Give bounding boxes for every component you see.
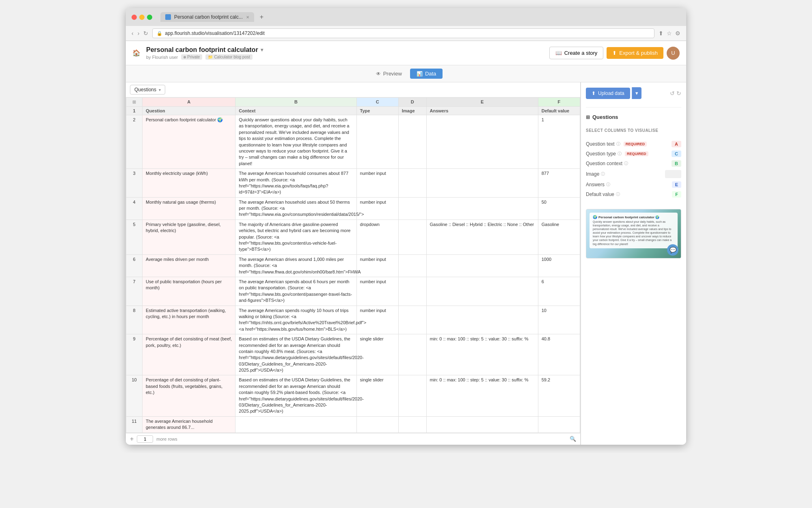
cell-col-F[interactable]: 1000 <box>538 254 580 277</box>
cell-col-F[interactable]: 50 <box>538 197 580 220</box>
cell-col-C[interactable] <box>356 115 398 169</box>
info-icon[interactable]: ⓘ <box>618 151 622 157</box>
add-row-button[interactable]: + <box>130 435 134 443</box>
chat-bubble-icon[interactable]: 💬 <box>667 244 678 256</box>
cell-col-E[interactable] <box>426 115 538 169</box>
col-header-c[interactable]: C <box>356 98 398 107</box>
cell-col-D[interactable] <box>398 220 426 254</box>
cell-col-D[interactable] <box>398 306 426 334</box>
cell-col-F[interactable]: 877 <box>538 169 580 198</box>
minimize-button[interactable] <box>139 15 145 20</box>
info-icon[interactable]: ⓘ <box>624 161 628 166</box>
table-row[interactable]: 9Percentage of diet consisting of meat (… <box>126 334 580 375</box>
cell-col-C[interactable]: number input <box>356 169 398 198</box>
col-header-d[interactable]: D <box>398 98 426 107</box>
bookmark-icon[interactable]: ☆ <box>667 30 672 37</box>
cell-col-F[interactable]: 40.8 <box>538 334 580 375</box>
column-badge[interactable]: E <box>672 181 681 188</box>
cell-col-B[interactable]: The average American spends about 6 hour… <box>235 277 356 306</box>
cell-col-B[interactable]: The average American drives around 1,000… <box>235 254 356 277</box>
tab-preview[interactable]: 👁 Preview <box>369 69 408 79</box>
column-badge[interactable]: F <box>672 191 681 198</box>
col-header-b[interactable]: B <box>235 98 356 107</box>
cell-col-A[interactable]: Average miles driven per month <box>143 254 235 277</box>
forward-button[interactable]: › <box>138 30 140 37</box>
cell-col-B[interactable] <box>235 416 356 433</box>
cell-col-B[interactable]: The average American spends roughly 10 h… <box>235 306 356 334</box>
redo-button[interactable]: ↻ <box>676 90 681 97</box>
table-row[interactable]: 11The average American household generat… <box>126 416 580 433</box>
cell-col-A[interactable]: Percentage of diet consisting of plant-b… <box>143 375 235 416</box>
close-button[interactable] <box>132 15 137 20</box>
col-header-f[interactable]: F <box>538 98 580 107</box>
cell-col-B[interactable]: Based on estimates of the USDA Dietary G… <box>235 334 356 375</box>
cell-col-A[interactable]: Primary vehicle type (gasoline, diesel, … <box>143 220 235 254</box>
cell-col-F[interactable]: 6 <box>538 277 580 306</box>
row-count-input[interactable] <box>137 435 153 443</box>
share-icon[interactable]: ⬆ <box>659 30 663 37</box>
upload-data-button[interactable]: ⬆ Upload data <box>586 88 630 99</box>
maximize-button[interactable] <box>147 15 152 20</box>
spreadsheet[interactable]: ⊞ A B C D E F 1 Question Context <box>126 97 580 433</box>
col-header-a[interactable]: A <box>143 98 235 107</box>
undo-button[interactable]: ↺ <box>670 90 675 97</box>
table-row[interactable]: 5Primary vehicle type (gasoline, diesel,… <box>126 220 580 254</box>
cell-col-A[interactable]: The average American household generates… <box>143 416 235 433</box>
cell-col-B[interactable]: The majority of Americans drive gasoline… <box>235 220 356 254</box>
cell-col-C[interactable]: number input <box>356 277 398 306</box>
cell-col-E[interactable] <box>426 416 538 433</box>
user-avatar[interactable]: U <box>667 47 680 60</box>
reload-button[interactable]: ↻ <box>143 30 148 37</box>
cell-col-E[interactable]: min: 0 :: max: 100 :: step: 5 :: value: … <box>426 334 538 375</box>
info-icon[interactable]: ⓘ <box>606 182 610 187</box>
column-badge[interactable]: A <box>672 141 681 147</box>
cell-col-D[interactable] <box>398 115 426 169</box>
cell-col-E[interactable] <box>426 277 538 306</box>
home-button[interactable]: 🏠 <box>132 49 140 57</box>
extension-icon[interactable]: ⚙ <box>675 30 680 37</box>
column-badge[interactable]: C <box>672 151 681 157</box>
cell-col-B[interactable]: Based on estimates of the USDA Dietary G… <box>235 375 356 416</box>
table-row[interactable]: 6Average miles driven per monthThe avera… <box>126 254 580 277</box>
table-row[interactable]: 10Percentage of diet consisting of plant… <box>126 375 580 416</box>
cell-col-D[interactable] <box>398 277 426 306</box>
table-row[interactable]: 7Use of public transportation (hours per… <box>126 277 580 306</box>
cell-col-B[interactable]: The average American household uses abou… <box>235 197 356 220</box>
info-icon[interactable]: ⓘ <box>616 141 620 147</box>
cell-col-E[interactable]: Gasoline :: Diesel :: Hybrid :: Electric… <box>426 220 538 254</box>
tab-data[interactable]: 📊 Data <box>410 69 443 79</box>
table-row[interactable]: 2Personal carbon footprint calculator 🌍Q… <box>126 115 580 169</box>
project-dropdown-arrow[interactable]: ▾ <box>261 47 263 53</box>
cell-col-C[interactable] <box>356 416 398 433</box>
cell-col-D[interactable] <box>398 197 426 220</box>
search-icon[interactable]: 🔍 <box>570 436 576 442</box>
cell-col-E[interactable]: min: 0 :: max: 100 :: step: 5 :: value: … <box>426 375 538 416</box>
cell-col-E[interactable] <box>426 169 538 198</box>
cell-col-A[interactable]: Personal carbon footprint calculator 🌍 <box>143 115 235 169</box>
url-box[interactable]: 🔒 app.flourish.studio/visualisation/1314… <box>152 28 654 38</box>
cell-col-B[interactable]: The average American household consumes … <box>235 169 356 198</box>
col-header-e[interactable]: E <box>426 98 538 107</box>
table-row[interactable]: 4Monthly natural gas usage (therms)The a… <box>126 197 580 220</box>
cell-col-F[interactable] <box>538 416 580 433</box>
cell-col-A[interactable]: Use of public transportation (hours per … <box>143 277 235 306</box>
cell-col-A[interactable]: Monthly natural gas usage (therms) <box>143 197 235 220</box>
cell-col-F[interactable]: 10 <box>538 306 580 334</box>
cell-col-E[interactable] <box>426 306 538 334</box>
info-icon[interactable]: ⓘ <box>601 171 605 177</box>
cell-col-D[interactable] <box>398 334 426 375</box>
back-button[interactable]: ‹ <box>132 30 134 37</box>
cell-col-C[interactable]: dropdown <box>356 220 398 254</box>
cell-col-F[interactable]: Gasoline <box>538 220 580 254</box>
cell-col-D[interactable] <box>398 254 426 277</box>
cell-col-A[interactable]: Estimated active transportation (walking… <box>143 306 235 334</box>
new-tab-button[interactable]: + <box>260 13 263 21</box>
cell-col-D[interactable] <box>398 416 426 433</box>
cell-col-A[interactable]: Monthly electricity usage (kWh) <box>143 169 235 198</box>
sheet-selector[interactable]: Questions ▾ <box>130 85 165 95</box>
cell-col-C[interactable]: single slider <box>356 375 398 416</box>
cell-col-F[interactable]: 59.2 <box>538 375 580 416</box>
table-row[interactable]: 3Monthly electricity usage (kWh)The aver… <box>126 169 580 198</box>
cell-col-A[interactable]: Percentage of diet consisting of meat (b… <box>143 334 235 375</box>
info-icon[interactable]: ⓘ <box>616 192 620 197</box>
